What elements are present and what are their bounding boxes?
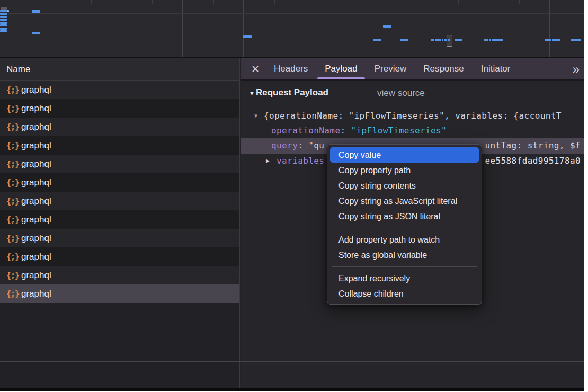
network-request-row[interactable]: {;}graphql: [0, 173, 239, 192]
request-name: graphql: [21, 289, 51, 299]
network-request-row[interactable]: {;}graphql: [0, 229, 239, 247]
timeline-gridline: [549, 0, 550, 57]
collapse-triangle-icon[interactable]: ▼: [254, 109, 257, 123]
timeline-tick: [458, 0, 459, 4]
timeline-tick: [519, 0, 520, 4]
network-request-list: Name {;}graphql{;}graphql{;}graphql{;}gr…: [0, 58, 240, 388]
timeline-request-bar[interactable]: [552, 39, 560, 41]
tab-response[interactable]: Response: [415, 58, 473, 79]
network-request-row[interactable]: {;}graphql: [0, 155, 239, 173]
json-braces-icon: {;}: [6, 252, 21, 262]
json-braces-icon: {;}: [6, 215, 21, 225]
json-braces-icon: {;}: [6, 85, 21, 95]
menu-item-add-property-path-to-watch[interactable]: Add property path to watch: [327, 232, 482, 247]
details-tab-bar: ✕ HeadersPayloadPreviewResponseInitiator: [241, 58, 584, 81]
section-title: Request Payload: [256, 87, 328, 98]
network-overview-timeline[interactable]: [0, 0, 584, 58]
tab-preview[interactable]: Preview: [366, 58, 415, 79]
timeline-request-bar[interactable]: [32, 32, 40, 34]
timeline-gridline: [243, 0, 244, 57]
timeline-request-bar[interactable]: [0, 13, 7, 15]
timeline-request-bar[interactable]: [0, 10, 7, 12]
timeline-request-bar[interactable]: [400, 39, 408, 41]
timeline-request-bar[interactable]: [0, 30, 7, 32]
network-request-row[interactable]: {;}graphql: [0, 192, 239, 210]
timeline-request-bar[interactable]: [545, 39, 551, 41]
property-key: variables: [277, 154, 324, 168]
menu-separator: [332, 266, 477, 267]
timeline-request-bar[interactable]: [0, 24, 7, 26]
request-name: graphql: [21, 85, 51, 95]
timeline-horizontal-line: [0, 13, 584, 14]
timeline-request-bar[interactable]: [489, 39, 491, 41]
timeline-request-bar[interactable]: [435, 39, 441, 41]
network-request-row[interactable]: {;}graphql: [0, 118, 239, 136]
request-name: graphql: [21, 196, 51, 207]
expand-triangle-icon[interactable]: ▶: [266, 154, 270, 168]
menu-item-copy-string-as-json-literal[interactable]: Copy string as JSON literal: [327, 209, 482, 224]
timeline-request-bar[interactable]: [484, 39, 488, 41]
tab-initiator[interactable]: Initiator: [473, 58, 519, 79]
colon: :: [298, 140, 308, 150]
devtools-window: Name {;}graphql{;}graphql{;}graphql{;}gr…: [0, 0, 584, 391]
timeline-request-bar[interactable]: [455, 39, 462, 41]
view-source-link[interactable]: view source: [377, 88, 425, 99]
timeline-request-bar[interactable]: [492, 39, 503, 41]
network-request-row[interactable]: {;}graphql: [0, 210, 239, 229]
timeline-request-bar[interactable]: [383, 25, 391, 28]
menu-item-copy-string-contents[interactable]: Copy string contents: [327, 178, 482, 193]
timeline-request-bar[interactable]: [442, 39, 443, 41]
timeline-request-bar[interactable]: [0, 22, 7, 24]
timeline-gridline: [305, 0, 305, 57]
name-column-header[interactable]: Name: [0, 58, 239, 81]
close-icon[interactable]: ✕: [245, 58, 265, 79]
json-braces-icon: {;}: [6, 122, 21, 132]
variables-value-right: ee5588fdad995178a0: [485, 154, 581, 168]
network-request-row[interactable]: {;}graphql: [0, 247, 239, 266]
timeline-gridline: [60, 0, 60, 57]
json-braces-icon: {;}: [6, 178, 21, 188]
timeline-gray-bar: [1, 7, 7, 10]
timeline-request-bar[interactable]: [243, 35, 252, 38]
timeline-tick: [581, 0, 581, 4]
network-request-row[interactable]: {;}graphql: [0, 99, 239, 118]
timeline-request-bar[interactable]: [0, 16, 7, 18]
more-tabs-icon[interactable]: »: [573, 58, 578, 81]
network-request-row[interactable]: {;}graphql: [0, 266, 239, 284]
menu-item-expand-recursively[interactable]: Expand recursively: [327, 271, 482, 286]
menu-item-collapse-children[interactable]: Collapse children: [327, 286, 482, 301]
timeline-request-bar[interactable]: [0, 19, 7, 21]
query-value-right: untTag: string, $f: [485, 138, 581, 153]
payload-root-row[interactable]: ▼ {operationName: "ipFlowTimeseries", va…: [241, 109, 584, 123]
timeline-request-bar[interactable]: [373, 39, 381, 41]
property-key: operationName: [271, 126, 340, 136]
timeline-gridline: [427, 0, 427, 57]
menu-item-store-as-global-variable[interactable]: Store as global variable: [327, 247, 482, 263]
network-request-row[interactable]: {;}graphql: [0, 136, 239, 155]
json-braces-icon: {;}: [6, 289, 21, 299]
tab-headers[interactable]: Headers: [265, 58, 316, 79]
request-name: graphql: [21, 252, 51, 262]
network-request-row[interactable]: {;}graphql: [0, 81, 239, 99]
timeline-request-bar[interactable]: [7, 10, 9, 12]
tab-payload[interactable]: Payload: [316, 58, 366, 79]
menu-item-copy-string-as-javascript-literal[interactable]: Copy string as JavaScript literal: [327, 193, 482, 209]
timeline-request-bar[interactable]: [571, 39, 581, 41]
json-braces-icon: {;}: [6, 159, 21, 169]
menu-item-copy-value[interactable]: Copy value: [330, 147, 479, 163]
menu-separator: [332, 228, 477, 228]
menu-item-copy-property-path[interactable]: Copy property path: [327, 163, 482, 178]
timeline-request-bar[interactable]: [32, 10, 40, 13]
json-braces-icon: {;}: [6, 197, 21, 206]
request-name: graphql: [21, 122, 51, 132]
query-value-left: "qu: [308, 140, 324, 150]
timeline-request-bar[interactable]: [431, 39, 434, 41]
json-braces-icon: {;}: [6, 234, 21, 243]
section-collapse-triangle-icon[interactable]: ▼: [249, 90, 255, 96]
timeline-request-bar[interactable]: [0, 28, 7, 30]
json-braces-icon: {;}: [6, 141, 21, 150]
request-payload-section[interactable]: ▼ Request Payload view source: [241, 87, 584, 101]
json-braces-icon: {;}: [6, 271, 21, 280]
network-request-row[interactable]: {;}graphql: [0, 284, 239, 303]
payload-operation-row[interactable]: operationName: "ipFlowTimeseries": [241, 123, 584, 138]
